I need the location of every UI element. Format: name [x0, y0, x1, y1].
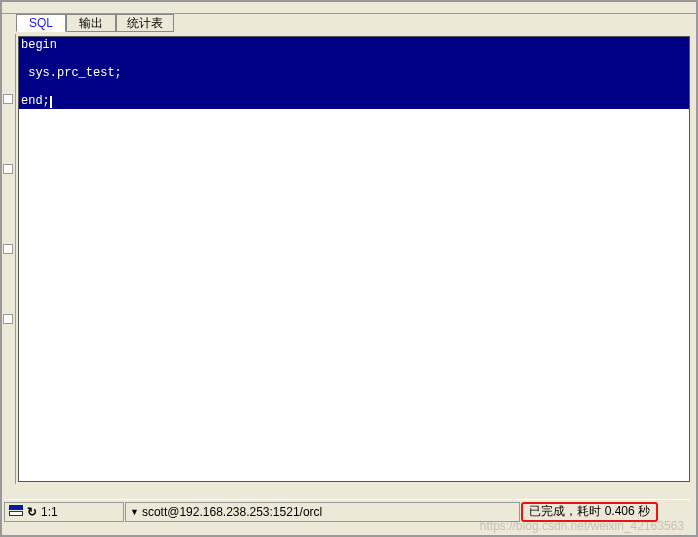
editor-selection: begin sys.prc_test; end; [19, 37, 689, 109]
tab-stats[interactable]: 统计表 [116, 14, 174, 32]
gutter-toggle[interactable] [3, 164, 13, 174]
gutter-toggle[interactable] [3, 94, 13, 104]
status-done-message: 已完成，耗时 0.406 秒 [521, 502, 658, 522]
connection-string: scott@192.168.238.253:1521/orcl [142, 505, 322, 519]
cursor-position: 1:1 [41, 505, 58, 519]
gutter-toggle[interactable] [3, 244, 13, 254]
layout-icon[interactable] [9, 505, 23, 519]
status-bar: ↻ 1:1 ▼ scott@192.168.238.253:1521/orcl … [4, 499, 690, 523]
tab-output[interactable]: 输出 [66, 14, 116, 32]
refresh-icon[interactable]: ↻ [27, 505, 37, 519]
gutter-toggle[interactable] [3, 314, 13, 324]
sql-editor[interactable]: begin sys.prc_test; end; [18, 36, 690, 482]
left-gutter [2, 34, 16, 484]
tab-sql[interactable]: SQL [16, 14, 66, 32]
dropdown-arrow-icon[interactable]: ▼ [130, 507, 139, 517]
tab-row: SQL 输出 统计表 [2, 14, 696, 34]
